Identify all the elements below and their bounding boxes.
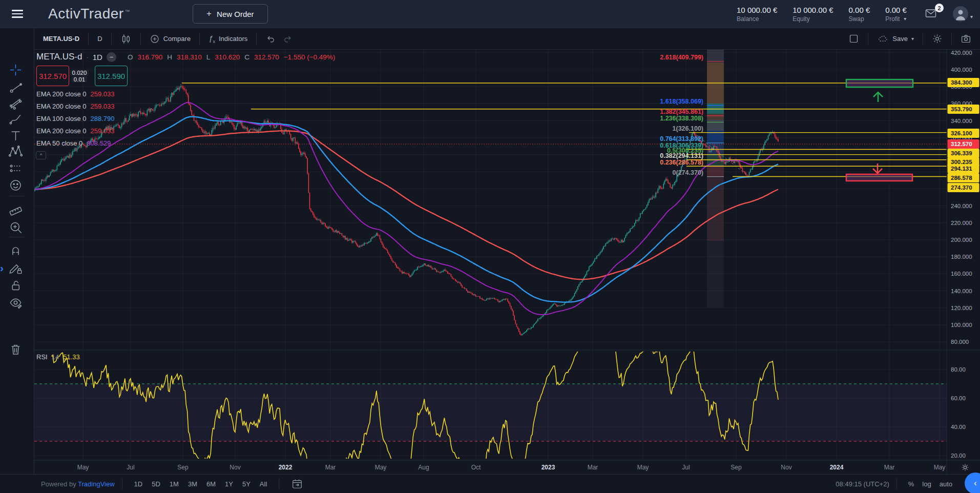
hide-series-button[interactable]: −: [107, 52, 116, 62]
compare-button[interactable]: Compare: [146, 32, 194, 46]
ema-legend-row[interactable]: EMA 50 close 0308.529: [36, 137, 115, 149]
svg-text:160.000: 160.000: [951, 271, 972, 277]
new-order-button[interactable]: + New Order: [193, 4, 267, 24]
range-button-1y[interactable]: 1Y: [220, 478, 238, 490]
tool-long-short-position[interactable]: [8, 160, 23, 176]
quote-panel: 312.570 0.020 0.01 312.590: [36, 66, 128, 86]
range-button-5d[interactable]: 5D: [147, 478, 165, 490]
stat-value: 10 000.00 €: [793, 6, 833, 14]
avatar[interactable]: ▾: [953, 6, 973, 22]
axis-settings-gear-icon[interactable]: [962, 464, 969, 471]
tool-measure[interactable]: [8, 202, 23, 218]
ema-legend-row[interactable]: EMA 100 close 0288.790: [36, 112, 115, 125]
goto-date-button[interactable]: [291, 478, 303, 489]
mail-button[interactable]: 2: [924, 7, 940, 20]
range-button-5y[interactable]: 5Y: [238, 478, 255, 490]
save-button[interactable]: Save ▾: [873, 32, 918, 46]
ema-name: EMA 100 close 0: [36, 115, 87, 122]
auto-scale-button[interactable]: auto: [935, 479, 956, 489]
rsi-length: 14: [52, 353, 59, 361]
compare-icon: [150, 34, 160, 44]
tool-emoji[interactable]: [8, 177, 23, 193]
gear-icon: [932, 33, 943, 44]
ohlc-key: L: [206, 53, 211, 61]
save-caret-icon: ▾: [911, 36, 914, 42]
chart-style-button[interactable]: [117, 31, 135, 47]
tradingview-link[interactable]: TradingView: [78, 480, 115, 488]
svg-text:40.00: 40.00: [951, 424, 966, 430]
range-button-all[interactable]: All: [255, 478, 272, 490]
range-button-1d[interactable]: 1D: [130, 478, 148, 490]
ema-legend-row[interactable]: EMA 200 close 0259.033: [36, 88, 115, 100]
range-button-1m[interactable]: 1M: [165, 478, 183, 490]
tool-magnet[interactable]: [8, 242, 23, 258]
svg-text:240.000: 240.000: [951, 203, 972, 209]
svg-text:Nov: Nov: [230, 464, 240, 471]
stat-swap: 0.00 €Swap: [849, 6, 870, 23]
tool-drawing-mode-lock[interactable]: [8, 260, 23, 276]
legend-collapse-button[interactable]: ^: [36, 151, 46, 159]
range-button-6m[interactable]: 6M: [202, 478, 220, 490]
spread-top: 0.020: [70, 70, 89, 76]
svg-text:80.000: 80.000: [951, 339, 969, 345]
svg-text:May: May: [637, 464, 649, 471]
ohlc-value: 316.790: [137, 53, 162, 61]
svg-text:2022: 2022: [279, 464, 293, 471]
hamburger-menu-button[interactable]: [6, 6, 24, 22]
tool-fib-retracement[interactable]: [8, 95, 23, 111]
ema-value: 308.529: [87, 139, 111, 147]
clock[interactable]: 08:49:15 (UTC+2): [836, 480, 889, 488]
stat-value: 0.00 €: [849, 6, 870, 14]
chart-canvas[interactable]: 2.618(409.799)1.618(358.069)1.382(345.86…: [0, 0, 980, 493]
svg-text:274.370: 274.370: [951, 184, 972, 191]
spread-display: 0.020 0.01: [69, 66, 90, 86]
avatar-icon: [953, 6, 968, 22]
sell-bid-button[interactable]: 312.570: [36, 66, 69, 86]
crosshair-icon: [9, 63, 23, 77]
rsi-legend[interactable]: RSI 14 51.33: [36, 353, 80, 361]
tool-remove-all[interactable]: [8, 341, 23, 357]
tool-xabcd-pattern[interactable]: [8, 143, 23, 159]
powered-by: Powered by TradingView: [41, 480, 115, 488]
ema-legend-row[interactable]: EMA 200 close 0259.033: [36, 125, 115, 137]
tool-crosshair[interactable]: [8, 62, 23, 77]
chart-settings-button[interactable]: [928, 31, 946, 46]
hide-all-icon: [9, 296, 23, 310]
ema-name: EMA 200 close 0: [36, 102, 87, 110]
svg-text:Mar: Mar: [588, 464, 598, 471]
tool-zoom-in[interactable]: [8, 219, 23, 235]
panel-expander-chevron[interactable]: ›: [0, 261, 6, 276]
redo-button[interactable]: [279, 32, 297, 46]
topbar: ActivTrader™ + New Order 10 000.00 €Bala…: [0, 0, 980, 28]
tool-text[interactable]: [8, 128, 23, 143]
profit-caret-icon[interactable]: ▾: [904, 16, 906, 22]
percent-scale-button[interactable]: %: [904, 479, 919, 489]
svg-text:180.000: 180.000: [951, 254, 972, 260]
tool-trend-line[interactable]: [8, 79, 23, 95]
tool-lock-all[interactable]: [8, 277, 23, 293]
toolbar-divider: [9, 237, 25, 237]
svg-text:312.570: 312.570: [951, 141, 972, 147]
tool-brush[interactable]: [8, 112, 23, 127]
collapse-panel-button[interactable]: ‹: [965, 473, 980, 493]
indicators-button[interactable]: ƒx Indicators: [205, 32, 251, 46]
tool-hide-all[interactable]: [8, 295, 23, 310]
activtrader-app: 2.618(409.799)1.618(358.069)1.382(345.86…: [0, 0, 980, 493]
svg-text:340.000: 340.000: [951, 118, 972, 124]
svg-text:2024: 2024: [830, 464, 844, 471]
symbol-button[interactable]: META.US-D: [39, 33, 83, 45]
snapshot-button[interactable]: [957, 31, 975, 46]
svg-text:200.000: 200.000: [951, 237, 972, 243]
trend-line-icon: [9, 80, 23, 94]
legend-symbol[interactable]: META.US-d: [36, 52, 82, 62]
log-scale-button[interactable]: log: [918, 479, 935, 489]
layout-button[interactable]: [845, 31, 863, 46]
interval-button[interactable]: D: [94, 33, 106, 45]
svg-text:294.131: 294.131: [951, 166, 972, 172]
buy-ask-button[interactable]: 312.590: [95, 66, 128, 86]
ema-legend-row[interactable]: EMA 200 close 0259.033: [36, 100, 115, 112]
undo-button[interactable]: [262, 32, 279, 46]
svg-text:120.000: 120.000: [951, 305, 972, 311]
svg-text:Sep: Sep: [731, 464, 742, 471]
range-button-3m[interactable]: 3M: [183, 478, 202, 490]
